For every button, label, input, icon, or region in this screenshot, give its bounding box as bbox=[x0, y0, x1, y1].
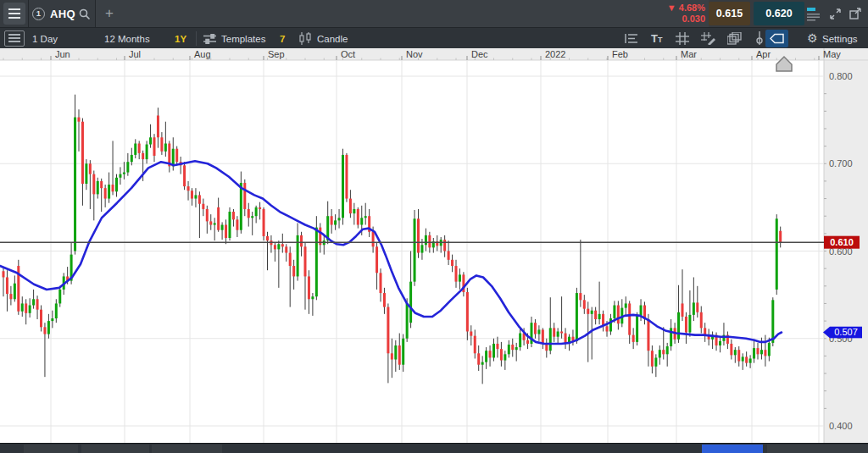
month-label: Aug bbox=[194, 49, 211, 59]
scrollbar-segment[interactable] bbox=[24, 445, 78, 453]
measure-icon[interactable] bbox=[754, 31, 765, 46]
month-label: Jun bbox=[55, 49, 70, 59]
change-indicator: ▼ 4.68% 0.030 bbox=[644, 3, 705, 25]
range-selector[interactable]: 12 Months bbox=[104, 34, 150, 44]
change-absolute: 0.030 bbox=[644, 14, 705, 25]
tab-number-badge: 1 bbox=[32, 8, 45, 20]
chart-style-button[interactable]: Candle bbox=[317, 34, 348, 44]
layers-icon[interactable] bbox=[727, 32, 742, 45]
range-badge[interactable]: 1Y bbox=[175, 34, 186, 44]
new-tab-button[interactable]: + bbox=[105, 5, 114, 22]
last-price-value: 0.610 bbox=[830, 237, 854, 247]
month-label: Jul bbox=[129, 49, 141, 59]
ticker-symbol[interactable]: AHQ bbox=[50, 8, 75, 20]
month-label: May bbox=[823, 49, 841, 59]
month-label: Apr bbox=[756, 49, 771, 59]
month-label: Feb bbox=[612, 49, 628, 59]
bid-price[interactable]: 0.615 bbox=[709, 2, 750, 25]
expand-icon[interactable] bbox=[829, 8, 842, 20]
price-label-tool-selected[interactable] bbox=[765, 30, 788, 47]
price-tick-label: 0.700 bbox=[829, 158, 853, 168]
template-count-badge: 7 bbox=[280, 34, 285, 44]
settings-button[interactable]: Settings bbox=[822, 34, 858, 44]
tab-strip bbox=[95, 0, 709, 27]
scrollbar-segment[interactable] bbox=[767, 445, 868, 453]
chart-area[interactable]: JunJulAugSepOctNovDec2022FebMarAprMay0.8… bbox=[0, 48, 868, 443]
candlestick-chart[interactable]: JunJulAugSepOctNovDec2022FebMarAprMay0.8… bbox=[0, 48, 868, 443]
candle-style-icon[interactable] bbox=[298, 32, 313, 45]
price-tick-label: 0.400 bbox=[829, 421, 853, 431]
menu-button[interactable] bbox=[3, 3, 25, 25]
month-label: Dec bbox=[471, 49, 488, 59]
bottom-scrollbar[interactable] bbox=[0, 443, 868, 453]
scrollbar-segment[interactable] bbox=[81, 445, 149, 453]
month-label: Mar bbox=[681, 49, 697, 59]
text-tool[interactable]: TT bbox=[651, 32, 662, 45]
change-percent: ▼ 4.68% bbox=[644, 3, 705, 14]
scrollbar-thumb[interactable] bbox=[702, 445, 763, 453]
month-label: Sep bbox=[268, 49, 285, 59]
gear-icon[interactable]: ⚙ bbox=[807, 31, 818, 45]
title-bar: 1 AHQ + ▼ 4.68% 0.030 0.615 0.620 bbox=[0, 0, 868, 27]
month-label: Oct bbox=[341, 49, 355, 59]
price-tick-label: 0.800 bbox=[829, 71, 853, 81]
chart-toolbar: 1 Day 12 Months 1Y Templates 7 Candle TT bbox=[0, 27, 868, 48]
ma-value: 0.507 bbox=[834, 327, 858, 337]
period-selector[interactable]: 1 Day bbox=[32, 34, 58, 44]
search-icon[interactable] bbox=[79, 8, 91, 20]
external-window-icon[interactable] bbox=[849, 8, 862, 20]
grid-icon[interactable] bbox=[676, 32, 689, 45]
templates-icon[interactable] bbox=[203, 34, 217, 44]
month-label: 2022 bbox=[545, 49, 565, 59]
scrollbar-segment[interactable] bbox=[152, 445, 222, 453]
indicators-icon[interactable] bbox=[625, 33, 639, 44]
watchlist-icon[interactable] bbox=[4, 30, 25, 47]
templates-button[interactable]: Templates bbox=[221, 34, 265, 44]
month-label: Nov bbox=[406, 49, 423, 59]
draw-grid-icon[interactable] bbox=[701, 32, 715, 45]
depth-icon[interactable] bbox=[807, 7, 822, 21]
ask-price[interactable]: 0.620 bbox=[754, 2, 804, 25]
